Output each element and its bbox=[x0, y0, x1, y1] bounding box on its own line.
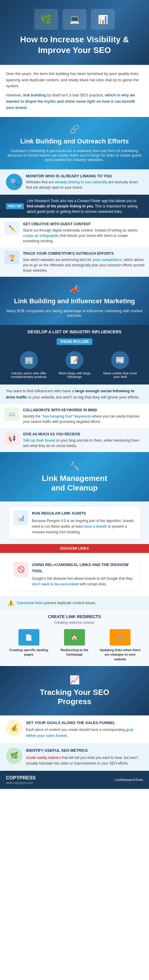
redirect-landing-icon: 📄 bbox=[18, 629, 39, 646]
audit-title: RUN REGULAR LINK AUDITS bbox=[32, 511, 136, 517]
audit-icon: 📊 bbox=[13, 511, 28, 525]
audit-block: 📊 RUN REGULAR LINK AUDITS Because Pengui… bbox=[9, 507, 140, 539]
pro-tip-label: PRO TIP bbox=[6, 203, 24, 209]
canonical-section: ⚠️ Canonical links prevent duplicate con… bbox=[0, 596, 149, 610]
disavow-banner: DISAVOW LINKS bbox=[0, 544, 149, 553]
page-footer: COPYPRESS www.copypress.com ::LinkResear… bbox=[0, 771, 149, 789]
develop-title: DEVELOP A LIST OF INDUSTRY INFLUENCERS bbox=[6, 329, 143, 334]
section3-title: Link Managementand Cleanup bbox=[6, 474, 143, 492]
disavow-section: 🚫 USING REL=CANONICAL LINKS AND THE DISA… bbox=[0, 553, 149, 596]
monitor-highlight: already linking to you naturally bbox=[55, 180, 107, 184]
intro-paragraph2: However, link building by itself isn't a… bbox=[6, 92, 143, 111]
audit-section: 📊 RUN REGULAR LINK AUDITS Because Pengui… bbox=[0, 501, 149, 544]
influencer-item-industry: 🏢 Industry peers who offer complementary… bbox=[8, 351, 50, 379]
redirect-updating-icon: 🔗 bbox=[110, 629, 131, 646]
monitor-block: 🔍 MONITOR WHO IS ALREADY LINKING TO YOU … bbox=[0, 169, 149, 195]
intro-section: Over the years, the term link building h… bbox=[0, 65, 149, 117]
blogs-label: Niche blogs with large followings bbox=[54, 371, 95, 379]
these-include-badge: THESE INCLUDE bbox=[57, 338, 93, 345]
redirect-homepage: 🏠 Redirecting to the homepage bbox=[54, 629, 95, 657]
metrics-block: 🌿 IDENTIFY USEFUL SEO METRICS Avoid vani… bbox=[0, 743, 149, 771]
section1-title: Link Building and Outreach Efforts bbox=[6, 137, 143, 146]
redirect-updating-label: Updating links when there are changes to… bbox=[99, 648, 141, 662]
metrics-text: Avoid vanity metrics that will tell you … bbox=[26, 755, 143, 766]
redirect-homepage-label: Redirecting to the homepage bbox=[54, 648, 95, 657]
collaborate-icon: ⌨️ bbox=[5, 407, 19, 421]
track-competitor-block: 🏆 TRACK YOUR COMPETITOR'S OUTREACH EFFOR… bbox=[0, 247, 149, 277]
section2-icon: 📣 bbox=[6, 284, 143, 294]
industry-icon: 🏢 bbox=[20, 351, 38, 369]
section2-description: Many B2B companies are taking advantage … bbox=[6, 309, 143, 318]
metrics-highlight: Avoid vanity metrics bbox=[26, 756, 61, 760]
intro-highlight-link-building: link building bbox=[23, 93, 46, 97]
section2-header: 📣 Link Building and Influencer Marketing… bbox=[0, 277, 149, 325]
track-icon: 🏆 bbox=[5, 251, 19, 264]
news-icon: 📰 bbox=[111, 351, 129, 369]
influencer-item-news: 📰 News outlets that cover your field bbox=[99, 351, 141, 379]
section1-header: 🔗 Link Building and Outreach Efforts Out… bbox=[0, 117, 149, 170]
monitor-icon: 🔍 bbox=[6, 174, 22, 190]
pro-tip-text: Link Research Tools also has a Contact F… bbox=[27, 198, 143, 214]
monitor-title: MONITOR WHO IS ALREADY LINKING TO YOU bbox=[26, 174, 143, 178]
sales-funnel-highlight: goal within your sales funnel. bbox=[26, 728, 133, 737]
influencer-body-section: You want to find influencers who have a … bbox=[0, 385, 149, 404]
get-creative-text: Stand out through digital multimedia con… bbox=[23, 228, 144, 244]
pro-tip-banner: PRO TIP Link Research Tools also has a C… bbox=[0, 195, 149, 218]
influencer-row: 🏢 Industry peers who offer complementary… bbox=[6, 351, 143, 379]
give-icon: 📢 bbox=[5, 431, 19, 445]
influencer-section: DEVELOP A LIST OF INDUSTRY INFLUENCERS T… bbox=[0, 325, 149, 385]
metrics-icon: 🌿 bbox=[6, 748, 22, 764]
metrics-title: IDENTIFY USEFUL SEO METRICS bbox=[26, 748, 143, 754]
monitor-text: Websites that are already linking to you… bbox=[26, 180, 143, 190]
industry-label: Industry peers who offer complementary p… bbox=[8, 371, 50, 379]
sales-funnel-title: SET YOUR GOALS ALONG THE SALES FUNNEL bbox=[26, 720, 143, 726]
give-block: 📢 GIVE AS MUCH AS YOU RECEIVE Talk up th… bbox=[0, 428, 149, 452]
sales-funnel-block: 💰 SET YOUR GOALS ALONG THE SALES FUNNEL … bbox=[0, 716, 149, 743]
give-title: GIVE AS MUCH AS YOU RECEIVE bbox=[23, 431, 144, 437]
page-header: 🌿 💻 📊 How to Increase Visibility & Impro… bbox=[0, 0, 149, 65]
collaborate-text: Identify the "low hanging fruit" keyword… bbox=[23, 414, 144, 425]
header-illustration: 🌿 bbox=[34, 9, 58, 30]
redirects-sub: Creating redirects means: bbox=[6, 620, 143, 625]
disavow-title: USING REL=CANONICAL LINKS AND THE DISAVO… bbox=[32, 562, 136, 574]
disavow-block: 🚫 USING REL=CANONICAL LINKS AND THE DISA… bbox=[9, 558, 140, 591]
section3-icon: 🔧 bbox=[6, 461, 143, 471]
funnel-icon: 💰 bbox=[6, 720, 22, 736]
track-title: TRACK YOUR COMPETITOR'S OUTREACH EFFORTS bbox=[23, 251, 144, 256]
section4-icon: 📈 bbox=[6, 675, 143, 685]
collaborate-highlight: "low hanging fruit" keywords bbox=[42, 414, 91, 418]
header-chart-icon: 📊 bbox=[91, 9, 115, 30]
section4-header: 📈 Tracking Your SEOProgress bbox=[0, 666, 149, 715]
section4-title: Tracking Your SEOProgress bbox=[6, 688, 143, 706]
influencer-body-text: You want to find influencers who have a … bbox=[6, 388, 143, 401]
influencer-body-highlight: large enough social following to drive t… bbox=[6, 389, 135, 399]
audit-highlight: once a month bbox=[84, 524, 107, 528]
track-text: See which websites are performing best f… bbox=[23, 257, 144, 273]
track-highlight: your competitors, bbox=[92, 258, 122, 262]
redirect-updating: 🔗 Updating links when there are changes … bbox=[99, 629, 141, 662]
redirects-title: CREATE LINK REDIRECTS bbox=[6, 614, 143, 619]
canonical-icon: ⚠️ bbox=[8, 600, 14, 606]
section2-title: Link Building and Influencer Marketing bbox=[6, 297, 143, 305]
section1-icon: 🔗 bbox=[6, 124, 143, 134]
section3-header: 🔧 Link Managementand Cleanup bbox=[0, 452, 149, 501]
blogs-icon: 📝 bbox=[66, 351, 83, 369]
canonical-text: Canonical links prevent duplicate conten… bbox=[17, 601, 96, 605]
get-creative-icon: ✏️ bbox=[5, 221, 19, 235]
redirects-row: 📄 Creating specific landing pages 🏠 Redi… bbox=[6, 629, 143, 662]
page-title: How to Increase Visibility & Improve You… bbox=[6, 34, 143, 56]
lrt-tagline: ::LinkResearchTools bbox=[114, 778, 143, 781]
redirect-landing: 📄 Creating specific landing pages bbox=[8, 629, 50, 657]
canonical-highlight: Canonical links bbox=[17, 601, 43, 605]
collaborate-title: COLLABORATE WITH KEYWORDS IN MIND bbox=[23, 407, 144, 413]
redirect-landing-label: Creating specific landing pages bbox=[8, 648, 50, 657]
section1-description: Outreach marketing is perceived as a rel… bbox=[6, 148, 143, 162]
redirect-homepage-icon: 🏠 bbox=[64, 629, 85, 646]
intro-paragraph1: Over the years, the term link building h… bbox=[6, 71, 143, 89]
copypress-url: www.copypress.com bbox=[6, 781, 36, 784]
sales-funnel-text: Each piece of content you create should … bbox=[26, 727, 143, 738]
audit-text: Because Penguin 4.0 is an ongoing part o… bbox=[32, 518, 136, 535]
header-computer-icon: 💻 bbox=[62, 9, 87, 30]
news-label: News outlets that cover your field bbox=[99, 371, 141, 379]
get-creative-block: ✏️ GET CREATIVE WITH GUEST CONTENT Stand… bbox=[0, 218, 149, 247]
